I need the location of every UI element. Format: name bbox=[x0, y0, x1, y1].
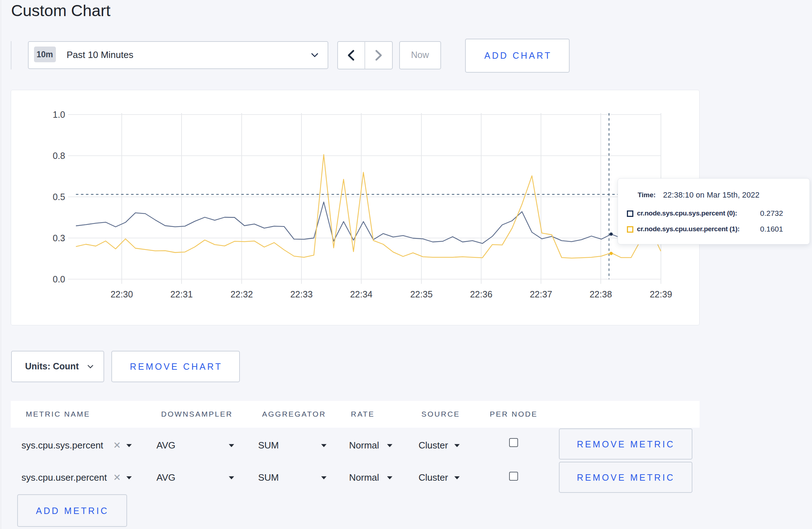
svg-text:22:31: 22:31 bbox=[170, 289, 193, 299]
svg-text:22:34: 22:34 bbox=[350, 289, 373, 299]
svg-text:0.8: 0.8 bbox=[53, 151, 65, 161]
svg-text:22:33: 22:33 bbox=[290, 289, 313, 299]
svg-text:22:37: 22:37 bbox=[530, 289, 552, 299]
svg-text:1.0: 1.0 bbox=[53, 110, 65, 120]
svg-text:22:38: 22:38 bbox=[590, 289, 612, 299]
svg-text:22:35: 22:35 bbox=[410, 289, 433, 299]
svg-text:22:32: 22:32 bbox=[231, 289, 253, 299]
svg-text:22:39: 22:39 bbox=[650, 289, 672, 299]
svg-text:0.0: 0.0 bbox=[53, 274, 65, 284]
svg-text:22:30: 22:30 bbox=[111, 289, 133, 299]
svg-text:0.3: 0.3 bbox=[53, 233, 65, 243]
svg-text:0.5: 0.5 bbox=[53, 192, 65, 202]
svg-text:22:36: 22:36 bbox=[470, 289, 493, 299]
